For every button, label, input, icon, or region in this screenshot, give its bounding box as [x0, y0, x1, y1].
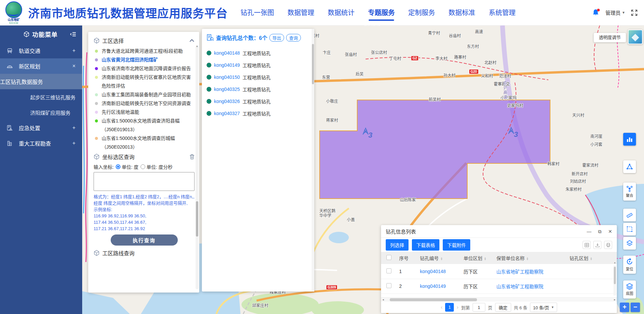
table-horizontal-scrollbar[interactable]: ◂▸ — [381, 297, 617, 302]
nav-item-专题服务[interactable]: 专题服务 — [368, 0, 395, 25]
measure-button[interactable] — [623, 209, 636, 221]
zoom-out-button[interactable]: − — [631, 303, 640, 312]
nav-item-数据统计[interactable]: 数据统计 — [328, 0, 355, 25]
sort-icon[interactable]: ▲▼ — [484, 257, 486, 260]
zoom-in-button[interactable]: + — [620, 303, 629, 312]
page-size-select[interactable]: 10 条/页 ▼ — [530, 303, 557, 312]
coordinates-textarea[interactable] — [94, 172, 195, 191]
nav-item-钻孔一张图[interactable]: 钻孔一张图 — [240, 0, 274, 25]
grid-icon[interactable] — [583, 241, 591, 249]
close-icon[interactable]: ✕ — [608, 229, 612, 234]
download-table-button[interactable]: 下载表格 — [412, 239, 439, 251]
drill-id-link[interactable]: kong040148 — [214, 50, 240, 56]
unit-degree-radio[interactable]: 单位: 度 — [116, 163, 139, 170]
export-button[interactable]: 导出 — [269, 34, 284, 42]
sidebar-item-重大工程勘查[interactable]: 重大工程勘查+ — [0, 136, 82, 151]
column-header-保管单位名称[interactable]: 保管单位名称▲▼ — [494, 252, 567, 264]
expand-plus-icon[interactable]: + — [72, 48, 75, 54]
expand-plus-icon[interactable]: + — [72, 140, 75, 146]
statistics-chart-button[interactable] — [623, 133, 636, 146]
result-item[interactable]: kong040150工程地质钻孔 — [207, 71, 311, 83]
basemap-thumbnail[interactable] — [628, 30, 643, 44]
notification-bell-icon[interactable] — [592, 9, 600, 17]
row-checkbox[interactable] — [386, 283, 391, 288]
sort-icon[interactable]: ▲▼ — [526, 257, 529, 260]
row-checkbox[interactable] — [386, 268, 391, 273]
maximize-icon[interactable]: ⧉ — [598, 229, 601, 234]
project-item[interactable]: 齐鲁大道北延跨黄河通道工程I标段初勘 — [94, 47, 195, 55]
cell-value[interactable]: kong040148 — [420, 269, 446, 274]
select-all-checkbox[interactable] — [386, 255, 391, 260]
cluster-button[interactable]: 聚合 — [623, 182, 636, 201]
unit-dms-radio[interactable]: 单位: 度分秒 — [141, 163, 173, 170]
column-header-钻孔编号[interactable]: 钻孔编号▲▼ — [417, 252, 461, 264]
sidebar-item-起步区三维钻孔服务[interactable]: 起步区三维钻孔服务 — [0, 89, 82, 105]
nav-item-系统管理[interactable]: 系统管理 — [489, 0, 516, 25]
minimize-icon[interactable]: — — [587, 229, 591, 234]
chevron-up-icon[interactable] — [189, 39, 195, 42]
nav-item-数据标准[interactable]: 数据标准 — [448, 0, 475, 25]
transparency-button[interactable]: 透明度调节 — [594, 33, 626, 42]
result-item[interactable]: kong040325工程地质钻孔 — [207, 83, 311, 95]
select-area-button[interactable] — [623, 223, 636, 235]
sort-icon[interactable]: ▲▼ — [590, 257, 592, 260]
result-item[interactable]: kong040326工程地质钻孔 — [207, 95, 311, 107]
menu-collapse-icon[interactable] — [70, 32, 76, 37]
next-page-button[interactable]: › — [457, 304, 458, 310]
sidebar-item-新区规划[interactable]: 新区规划× — [0, 58, 82, 74]
column-select-button[interactable]: 列选择 — [386, 239, 409, 251]
drill-id-link[interactable]: kong040327 — [214, 111, 240, 116]
result-item[interactable]: kong040327工程地质钻孔 — [207, 107, 311, 119]
project-item[interactable]: 山东省黄河北煤田济阳煤矿 — [94, 55, 195, 64]
project-item[interactable]: 山东省济南市北跨区地面沉降调查评价报告 — [94, 64, 195, 73]
drill-id-link[interactable]: kong040150 — [214, 74, 240, 80]
project-item[interactable]: 山东省1:50000水文地质调查济阳县幅（J50E019013） — [94, 116, 195, 134]
table-vertical-scrollbar[interactable]: ▲▼ — [613, 265, 616, 296]
project-item[interactable]: 山东省1:50000水文地质调查历城幅（J50E020013） — [94, 134, 195, 151]
drill-id-link[interactable]: kong040326 — [214, 99, 240, 104]
project-item[interactable]: 济南新旧动能转换先行区崔寨片区地质灾害危险性评估 — [94, 73, 195, 90]
sidebar-item-济阳煤矿应用服务[interactable]: 济阳煤矿应用服务 — [0, 105, 82, 120]
project-item[interactable]: 先行区浅层地温能 — [94, 108, 195, 116]
project-item[interactable]: 济南新旧动能转换先行区地下空间资源调查 — [94, 99, 195, 108]
project-item[interactable]: 山东重工集团高端装备制造产业园项目初勘 — [94, 90, 195, 99]
nav-item-数据管理[interactable]: 数据管理 — [287, 0, 314, 25]
confirm-page-button[interactable]: 确定 — [495, 303, 511, 312]
goto-page-input[interactable] — [473, 303, 485, 312]
sidebar-item-应急处置[interactable]: 应急处置+ — [0, 120, 82, 136]
collapse-x-icon[interactable]: × — [72, 63, 75, 69]
trash-icon[interactable] — [190, 154, 195, 159]
execute-query-button[interactable]: 执行查询 — [111, 234, 178, 246]
sort-icon[interactable]: ▲▼ — [440, 257, 443, 260]
drill-id-link[interactable]: kong040325 — [214, 87, 240, 92]
drill-id-link[interactable]: kong040149 — [214, 62, 240, 68]
query-button[interactable]: 查询 — [286, 34, 301, 42]
sidebar-item-工区钻孔数据服务[interactable]: 工区钻孔数据服务 — [0, 74, 82, 89]
layers-button[interactable] — [623, 237, 636, 250]
print-icon[interactable] — [604, 241, 612, 249]
result-item[interactable]: kong040148工程地质钻孔 — [207, 47, 311, 59]
result-item[interactable]: kong040149工程地质钻孔 — [207, 59, 311, 71]
basemap-button[interactable]: 底图 — [623, 280, 636, 299]
cell-value[interactable]: 山东省地矿工程勘察院 — [496, 269, 543, 274]
sidebar-item-轨道交通[interactable]: 轨道交通+ — [0, 43, 82, 58]
draw-polygon-button[interactable] — [623, 160, 636, 173]
download-attachments-button[interactable]: 下载附件 — [443, 239, 470, 251]
drill-cluster-marker[interactable]: 3 — [362, 127, 377, 141]
work-panel-scrollbar[interactable]: ▲ — [196, 45, 199, 289]
cell-value[interactable]: 山东省地矿工程勘察院 — [496, 284, 543, 289]
cell-value: 2 — [399, 283, 402, 289]
results-scrollbar[interactable] — [312, 29, 314, 292]
column-header-单位区划[interactable]: 单位区划▲▼ — [461, 252, 494, 264]
cell-value[interactable]: kong040149 — [420, 283, 446, 289]
nav-item-定制服务[interactable]: 定制服务 — [408, 0, 435, 25]
export-icon[interactable] — [593, 241, 601, 249]
fullscreen-icon[interactable] — [631, 9, 638, 16]
reset-view-button[interactable]: 复位 — [623, 256, 636, 274]
expand-plus-icon[interactable]: + — [72, 125, 75, 131]
page-number-button[interactable]: 1 — [445, 303, 454, 312]
user-menu[interactable]: 管理员 ▼ — [605, 9, 625, 16]
drill-cluster-marker[interactable]: 3 — [507, 127, 523, 140]
column-header-钻孔区划[interactable]: 钻孔区划▲▼ — [567, 252, 617, 264]
prev-page-button[interactable]: ‹ — [441, 304, 442, 310]
